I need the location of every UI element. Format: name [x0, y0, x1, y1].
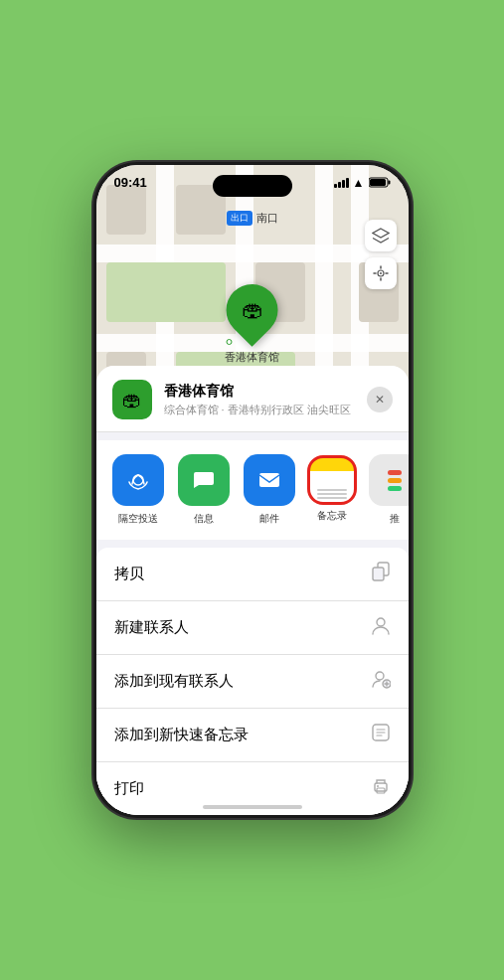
- share-row: 隔空投送 信息: [96, 440, 409, 540]
- wifi-icon: ▲: [353, 176, 365, 190]
- svg-rect-8: [373, 568, 384, 580]
- venue-pin: 🏟 香港体育馆: [225, 284, 279, 365]
- share-airdrop[interactable]: 隔空投送: [112, 454, 164, 526]
- close-button[interactable]: ✕: [367, 387, 393, 412]
- quick-note-label: 添加到新快速备忘录: [114, 726, 249, 744]
- venue-info: 香港体育馆 综合体育馆 · 香港特别行政区 油尖旺区: [164, 383, 355, 417]
- notes-label: 备忘录: [317, 509, 347, 523]
- mail-label: 邮件: [259, 512, 279, 526]
- add-contact-icon: [371, 669, 391, 694]
- copy-label: 拷贝: [114, 565, 144, 583]
- action-list: 拷贝 新建联系人: [96, 548, 409, 815]
- svg-rect-1: [388, 181, 390, 185]
- location-button[interactable]: [365, 257, 397, 289]
- status-time: 09:41: [114, 175, 147, 190]
- quick-note-icon: [371, 723, 391, 747]
- venue-title: 香港体育馆: [164, 383, 355, 401]
- print-label: 打印: [114, 779, 144, 798]
- message-label: 信息: [194, 512, 214, 526]
- battery-icon: [369, 177, 391, 188]
- map-controls: [365, 220, 397, 295]
- airdrop-label: 隔空投送: [118, 512, 158, 526]
- svg-rect-2: [370, 179, 386, 186]
- more-label: 推: [390, 512, 400, 526]
- svg-point-15: [377, 785, 379, 787]
- print-icon: [371, 776, 391, 801]
- svg-point-4: [380, 272, 382, 274]
- venue-icon: 🏟: [112, 380, 152, 419]
- phone-inner: 09:41 ▲: [96, 165, 409, 815]
- phone-frame: 09:41 ▲: [93, 162, 412, 818]
- svg-point-5: [133, 475, 143, 485]
- venue-pin-label: 香港体育馆: [225, 350, 279, 365]
- share-more[interactable]: 推: [369, 454, 409, 526]
- bottom-sheet: 🏟 香港体育馆 综合体育馆 · 香港特别行政区 油尖旺区 ✕: [96, 366, 409, 815]
- add-contact-label: 添加到现有联系人: [114, 672, 234, 691]
- home-indicator: [203, 805, 302, 809]
- new-contact-icon: [371, 615, 391, 640]
- svg-rect-6: [259, 473, 279, 487]
- venue-subtitle: 综合体育馆 · 香港特别行政区 油尖旺区: [164, 403, 355, 417]
- share-message[interactable]: 信息: [178, 454, 230, 526]
- status-icons: ▲: [334, 176, 391, 190]
- notes-icon-wrapper: [309, 457, 355, 503]
- action-add-contact[interactable]: 添加到现有联系人: [96, 655, 409, 709]
- svg-point-9: [377, 618, 385, 626]
- copy-icon: [371, 562, 391, 586]
- svg-point-10: [376, 672, 384, 680]
- venue-pin-icon: 🏟: [242, 297, 263, 323]
- action-copy[interactable]: 拷贝: [96, 548, 409, 601]
- share-mail[interactable]: 邮件: [244, 454, 295, 526]
- exit-tag: 出口: [227, 211, 252, 226]
- action-quick-note[interactable]: 添加到新快速备忘录: [96, 709, 409, 762]
- sheet-header: 🏟 香港体育馆 综合体育馆 · 香港特别行政区 油尖旺区 ✕: [96, 366, 409, 432]
- notes-icon: [309, 457, 355, 503]
- more-icon: [369, 454, 409, 506]
- share-notes[interactable]: 备忘录: [309, 457, 355, 523]
- new-contact-label: 新建联系人: [114, 618, 189, 637]
- south-exit-label: 南口: [256, 211, 278, 226]
- airdrop-icon: [112, 454, 164, 506]
- map-label: 出口 南口: [227, 211, 278, 226]
- layers-button[interactable]: [365, 220, 397, 251]
- action-new-contact[interactable]: 新建联系人: [96, 601, 409, 655]
- message-icon: [178, 454, 230, 506]
- dynamic-island: [213, 175, 292, 197]
- signal-icon: [334, 178, 349, 188]
- mail-icon: [244, 454, 295, 506]
